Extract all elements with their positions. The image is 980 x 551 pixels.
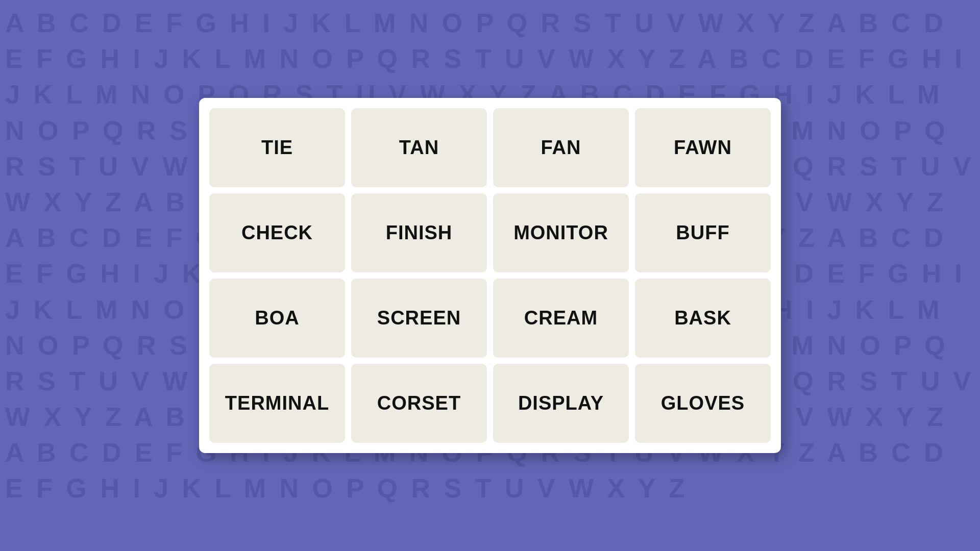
cell-label-buff: BUFF (676, 222, 729, 244)
cell-buff[interactable]: BUFF (635, 193, 771, 272)
cell-label-gloves: GLOVES (661, 392, 745, 414)
cell-label-finish: FINISH (386, 222, 453, 244)
cell-label-monitor: MONITOR (513, 222, 608, 244)
cell-tie[interactable]: TIE (209, 108, 345, 187)
cell-label-fan: FAN (541, 137, 581, 159)
cell-fawn[interactable]: FAWN (635, 108, 771, 187)
word-grid: TIETANFANFAWNCHECKFINISHMONITORBUFFBOASC… (209, 108, 771, 443)
cell-label-boa: BOA (255, 307, 299, 329)
cell-fan[interactable]: FAN (493, 108, 629, 187)
cell-boa[interactable]: BOA (209, 279, 345, 358)
cell-finish[interactable]: FINISH (351, 193, 487, 272)
cell-label-terminal: TERMINAL (225, 392, 329, 414)
cell-monitor[interactable]: MONITOR (493, 193, 629, 272)
cell-screen[interactable]: SCREEN (351, 279, 487, 358)
cell-tan[interactable]: TAN (351, 108, 487, 187)
cell-label-tan: TAN (399, 137, 439, 159)
cell-label-bask: BASK (674, 307, 731, 329)
cell-gloves[interactable]: GLOVES (635, 364, 771, 443)
cell-label-cream: CREAM (524, 307, 598, 329)
cell-cream[interactable]: CREAM (493, 279, 629, 358)
card-panel: TIETANFANFAWNCHECKFINISHMONITORBUFFBOASC… (199, 98, 781, 453)
cell-label-check: CHECK (241, 222, 313, 244)
cell-corset[interactable]: CORSET (351, 364, 487, 443)
cell-check[interactable]: CHECK (209, 193, 345, 272)
cell-label-corset: CORSET (377, 392, 461, 414)
cell-label-display: DISPLAY (518, 392, 604, 414)
cell-label-fawn: FAWN (674, 137, 732, 159)
cell-display[interactable]: DISPLAY (493, 364, 629, 443)
cell-terminal[interactable]: TERMINAL (209, 364, 345, 443)
cell-bask[interactable]: BASK (635, 279, 771, 358)
cell-label-tie: TIE (261, 137, 293, 159)
cell-label-screen: SCREEN (377, 307, 461, 329)
